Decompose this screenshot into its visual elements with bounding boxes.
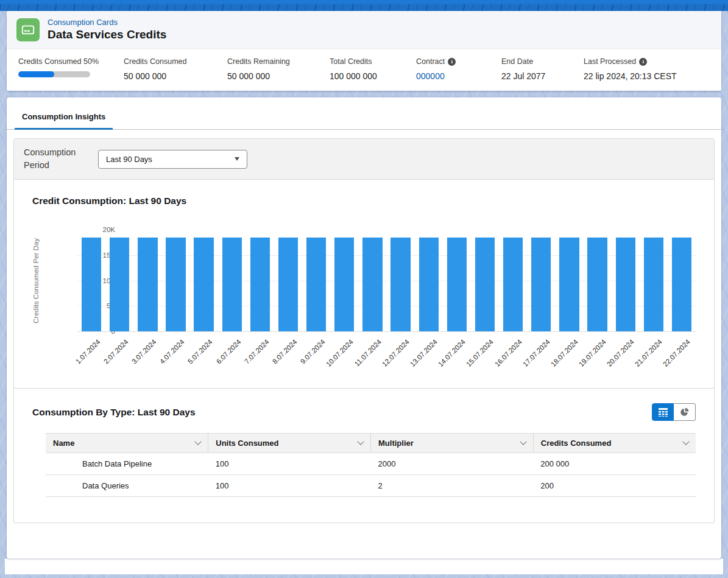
bar-slot xyxy=(358,230,386,331)
chevron-down-icon xyxy=(195,438,202,445)
column-header[interactable]: Credits Consumed xyxy=(533,434,696,453)
table-cell: 100 xyxy=(208,453,371,475)
breadcrumb[interactable]: Consumption Cards xyxy=(48,18,166,27)
x-slot: 10.07.2024 xyxy=(330,332,358,381)
page-bottom-strip xyxy=(5,559,723,574)
consumption-period-label: Consumption Period xyxy=(24,146,76,172)
x-slot: 20.07.2024 xyxy=(612,332,640,381)
x-tick-label: 2.07.2024 xyxy=(102,338,130,365)
chart-title: Credit Consumption: Last 90 Days xyxy=(32,196,696,206)
table-view-button[interactable] xyxy=(652,403,674,421)
x-slot: 15.07.2024 xyxy=(471,332,499,381)
bar xyxy=(194,238,213,331)
bar-slot xyxy=(527,230,555,331)
x-slot: 1.07.2024 xyxy=(77,332,105,381)
table-icon xyxy=(659,408,668,417)
x-slot: 19.07.2024 xyxy=(584,332,612,381)
bar-slot xyxy=(612,230,640,331)
bar xyxy=(166,238,185,331)
consumption-panel: Consumption Period Last 90 Days Credit C… xyxy=(13,138,715,523)
bar-slot xyxy=(555,230,583,331)
table-cell: 200 000 xyxy=(533,453,696,475)
progress-bar-fill xyxy=(18,71,54,77)
bar xyxy=(278,238,298,331)
column-header-label: Credits Consumed xyxy=(541,439,612,448)
browser-top-band xyxy=(0,0,728,11)
x-slot: 7.07.2024 xyxy=(246,332,274,381)
table-row: Data Queries1002200 xyxy=(46,475,696,497)
stat-credits-consumed-percent: Credits Consumed 50% xyxy=(7,57,124,81)
column-header[interactable]: Multiplier xyxy=(371,434,534,453)
bar-slot xyxy=(443,230,471,331)
page-title: Data Services Credits xyxy=(48,28,166,41)
bar-slot xyxy=(190,230,218,331)
stat-total-credits: Total Credits 100 000 000 xyxy=(330,57,416,81)
bar-slot xyxy=(387,230,415,331)
tab-consumption-insights[interactable]: Consumption Insights xyxy=(15,112,113,130)
tab-bar: Consumption Insights xyxy=(7,97,721,130)
consumption-period-select[interactable]: Last 90 Days xyxy=(98,150,247,169)
table-row: Batch Data Pipeline1002000200 000 xyxy=(46,453,696,475)
bar-slot xyxy=(246,230,274,331)
bar xyxy=(391,238,410,331)
x-slot: 22.07.2024 xyxy=(668,332,696,381)
bar xyxy=(222,238,242,331)
stat-last-processed: Last Processed i 22 lip 2024, 20:13 CEST xyxy=(584,57,677,81)
x-tick-label: 8.07.2024 xyxy=(271,338,299,365)
x-slot: 17.07.2024 xyxy=(527,332,555,381)
x-slot: 5.07.2024 xyxy=(190,332,218,381)
table-cell: 2 xyxy=(371,475,534,497)
info-icon[interactable]: i xyxy=(639,58,647,66)
bar xyxy=(447,238,467,331)
consumption-by-type-section: Consumption By Type: Last 90 Days xyxy=(14,388,714,523)
table-title: Consumption By Type: Last 90 Days xyxy=(32,407,196,418)
consumption-period-value: Last 90 Days xyxy=(106,155,152,164)
bar-slot xyxy=(668,230,696,331)
bar-slot xyxy=(471,230,499,331)
table-cell: Batch Data Pipeline xyxy=(46,453,208,475)
x-slot: 2.07.2024 xyxy=(105,332,133,381)
pie-chart-icon xyxy=(680,407,689,417)
bar-slot xyxy=(584,230,612,331)
bar xyxy=(306,238,326,331)
chevron-down-icon xyxy=(235,157,239,161)
x-slot: 13.07.2024 xyxy=(415,332,443,381)
stats-row: Credits Consumed 50% Credits Consumed 50… xyxy=(7,49,721,91)
info-icon[interactable]: i xyxy=(448,58,456,66)
record-header-card: Consumption Cards Data Services Credits … xyxy=(7,11,721,91)
x-slot: 6.07.2024 xyxy=(218,332,246,381)
contract-link[interactable]: 000000 xyxy=(416,71,501,81)
bar xyxy=(334,238,354,331)
bar-slot xyxy=(218,230,246,331)
column-header-label: Name xyxy=(53,439,74,448)
bar xyxy=(531,238,551,331)
bar-slot xyxy=(302,230,330,331)
main-card: Consumption Insights Consumption Period … xyxy=(7,97,721,559)
stat-contract: Contract i 000000 xyxy=(416,57,501,81)
x-slot: 3.07.2024 xyxy=(133,332,161,381)
column-header-label: Multiplier xyxy=(378,439,414,448)
bar-slot xyxy=(105,230,133,331)
bar-slot xyxy=(161,230,189,331)
bar xyxy=(362,238,382,331)
x-slot: 21.07.2024 xyxy=(640,332,668,381)
bar-slot xyxy=(133,230,161,331)
column-header[interactable]: Units Consumed xyxy=(208,434,371,453)
x-axis-labels: 1.07.20242.07.20243.07.20244.07.20245.07… xyxy=(77,332,696,381)
x-slot: 16.07.2024 xyxy=(499,332,527,381)
column-header-label: Units Consumed xyxy=(216,439,278,448)
stat-end-date: End Date 22 Jul 2077 xyxy=(501,57,584,81)
x-tick-label: 4.07.2024 xyxy=(158,338,186,365)
bar xyxy=(559,238,579,331)
x-tick-label: 1.07.2024 xyxy=(74,338,102,365)
view-toggle xyxy=(652,403,696,421)
table-header-row: NameUnits ConsumedMultiplierCredits Cons… xyxy=(46,434,696,453)
x-tick-label: 5.07.2024 xyxy=(186,338,214,365)
x-slot: 4.07.2024 xyxy=(161,332,189,381)
bar xyxy=(616,238,635,331)
x-tick-label: 6.07.2024 xyxy=(215,338,242,365)
column-header[interactable]: Name xyxy=(46,434,208,453)
chart-view-button[interactable] xyxy=(674,403,696,421)
bar xyxy=(503,238,523,331)
bar-slot xyxy=(499,230,527,331)
